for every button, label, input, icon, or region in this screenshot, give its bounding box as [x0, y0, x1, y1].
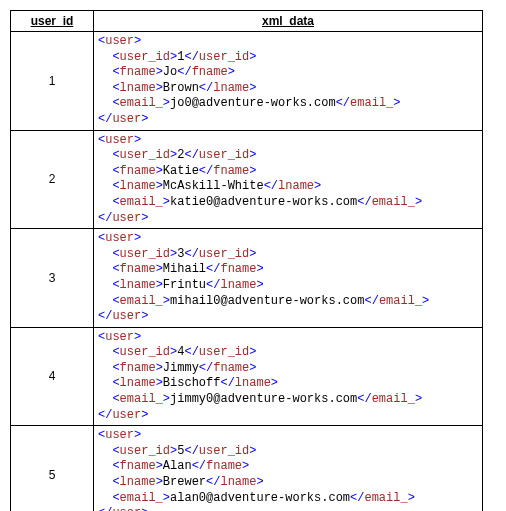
table-row: 1<user> <user_id>1</user_id> <fname>Jo</… [11, 32, 483, 131]
cell-xml-data: <user> <user_id>1</user_id> <fname>Jo</f… [94, 32, 483, 131]
header-user-id: user_id [11, 11, 94, 32]
cell-user-id: 4 [11, 327, 94, 426]
cell-user-id: 3 [11, 229, 94, 328]
table-row: 4<user> <user_id>4</user_id> <fname>Jimm… [11, 327, 483, 426]
table-row: 5<user> <user_id>5</user_id> <fname>Alan… [11, 426, 483, 511]
cell-xml-data: <user> <user_id>4</user_id> <fname>Jimmy… [94, 327, 483, 426]
table-row: 3<user> <user_id>3</user_id> <fname>Miha… [11, 229, 483, 328]
data-table: user_id xml_data 1<user> <user_id>1</use… [10, 10, 483, 511]
cell-xml-data: <user> <user_id>2</user_id> <fname>Katie… [94, 130, 483, 229]
cell-user-id: 2 [11, 130, 94, 229]
header-row: user_id xml_data [11, 11, 483, 32]
cell-xml-data: <user> <user_id>3</user_id> <fname>Mihai… [94, 229, 483, 328]
header-xml-data: xml_data [94, 11, 483, 32]
cell-user-id: 1 [11, 32, 94, 131]
cell-user-id: 5 [11, 426, 94, 511]
cell-xml-data: <user> <user_id>5</user_id> <fname>Alan<… [94, 426, 483, 511]
table-row: 2<user> <user_id>2</user_id> <fname>Kati… [11, 130, 483, 229]
